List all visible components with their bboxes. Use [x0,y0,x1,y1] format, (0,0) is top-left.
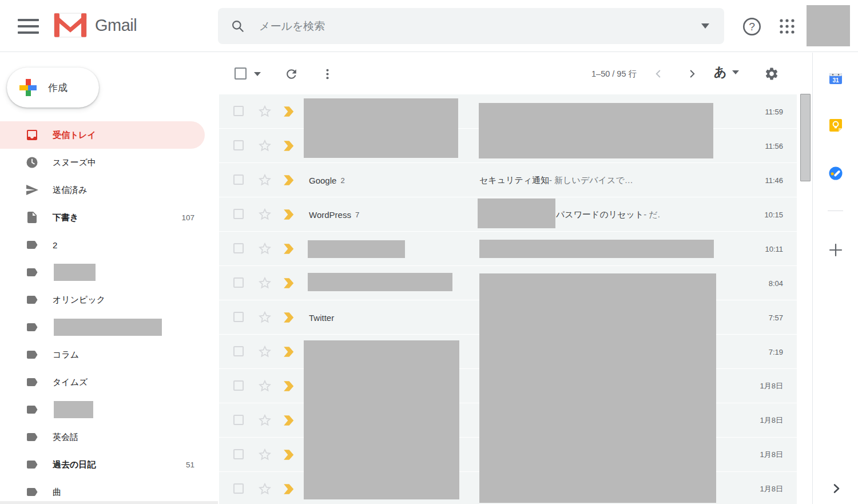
gmail-logo-text: Gmail [95,16,137,35]
importance-marker[interactable] [282,277,296,289]
settings-button[interactable] [764,66,780,82]
calendar-app-button[interactable]: 31 [828,71,843,86]
star-toggle[interactable] [257,241,272,256]
star-toggle[interactable] [257,310,272,325]
sidebar-label-item[interactable]: コラム [0,341,205,368]
redacted-subject-block [479,240,714,258]
importance-marker[interactable] [282,243,296,255]
tasks-app-button[interactable] [828,166,843,181]
newer-page-button[interactable] [650,66,666,82]
row-checkbox[interactable] [233,346,244,356]
sidebar-label-item[interactable]: 過去の日記51 [0,451,205,478]
scrollbar-thumb[interactable] [800,94,811,181]
importance-marker[interactable] [282,380,296,392]
row-checkbox[interactable] [233,174,244,185]
star-icon [257,310,272,325]
gmail-envelope-icon [54,13,87,38]
sidebar-label-item[interactable]: オリンピック [0,286,205,313]
row-checkbox[interactable] [233,312,244,322]
sidebar-label-item[interactable] [0,313,205,341]
kebab-menu-icon [320,67,335,81]
importance-marker[interactable] [282,414,296,427]
redacted-sender-block [308,240,405,258]
row-checkbox[interactable] [233,243,244,253]
row-checkbox[interactable] [233,140,244,150]
redacted-label-name [54,264,96,281]
select-all-checkbox[interactable] [235,68,247,80]
star-toggle[interactable] [257,447,272,462]
row-checkbox[interactable] [233,277,244,288]
google-apps-button[interactable] [776,15,798,37]
star-toggle[interactable] [257,344,272,359]
star-toggle[interactable] [257,482,272,497]
keep-app-button[interactable] [828,118,843,133]
sidebar-item-label: 受信トレイ [53,130,96,141]
importance-marker[interactable] [282,140,296,152]
label-icon [25,403,39,416]
importance-marker[interactable] [282,208,296,221]
star-icon [257,104,272,119]
row-checkbox[interactable] [233,380,244,391]
tasks-icon [828,166,843,181]
email-time: 10:11 [765,232,783,266]
star-toggle[interactable] [257,207,272,222]
sidebar-label-item[interactable]: 英会話 [0,423,205,451]
star-toggle[interactable] [257,104,272,119]
sidebar-label-item[interactable]: 曲 [0,478,205,504]
star-toggle[interactable] [257,138,272,153]
sidebar-label-item[interactable]: タイムズ [0,368,205,396]
importance-marker[interactable] [282,174,296,186]
search-bar[interactable] [218,8,724,44]
row-checkbox[interactable] [233,449,244,459]
hide-side-panel-button[interactable] [829,482,843,495]
account-avatar[interactable] [807,5,850,46]
star-toggle[interactable] [257,276,272,291]
star-toggle[interactable] [257,379,272,394]
keep-icon [828,118,843,133]
importance-marker-icon [282,277,296,289]
svg-text:31: 31 [832,77,839,84]
email-row[interactable]: Google2セキュリティ通知 - 新しいデバイスで…11:46 [219,163,797,197]
importance-marker[interactable] [282,449,296,461]
importance-marker-icon [282,243,296,255]
star-icon [257,413,272,428]
compose-button[interactable]: 作成 [7,68,99,108]
sidebar-item-drafts[interactable]: 下書き 107 [0,204,205,231]
row-checkbox[interactable] [233,209,244,219]
search-options-caret-icon[interactable] [701,23,709,29]
row-checkbox[interactable] [233,415,244,425]
get-addons-button[interactable] [828,243,843,257]
importance-marker-icon [282,140,296,152]
side-panel-divider-line [828,211,843,211]
row-checkbox[interactable] [233,106,244,116]
row-checkbox[interactable] [233,483,244,494]
more-options-button[interactable] [319,66,335,82]
older-page-button[interactable] [684,66,700,82]
sidebar-label-item[interactable] [0,259,205,286]
input-tools-button[interactable]: あ [714,64,739,81]
star-toggle[interactable] [257,173,272,188]
sidebar-label-item[interactable] [0,396,205,423]
importance-marker[interactable] [282,483,296,495]
select-dropdown-caret-icon[interactable] [254,72,261,76]
sidebar-item-sent[interactable]: 送信済み [0,176,205,204]
importance-marker[interactable] [282,311,296,324]
email-subject: セキュリティ通知 - 新しいデバイスで… [479,163,720,197]
hamburger-menu-icon[interactable] [18,15,43,38]
star-toggle[interactable] [257,413,272,428]
sidebar-item-count: 51 [186,461,194,469]
list-toolbar: 1–50 / 95 行 あ [219,52,797,94]
importance-marker-icon [282,208,296,221]
label-icon [25,485,39,499]
importance-marker[interactable] [282,346,296,358]
importance-marker[interactable] [282,105,296,118]
sidebar-label-item[interactable]: 2 [0,231,205,259]
refresh-button[interactable] [283,66,299,82]
search-input[interactable] [259,20,701,33]
sidebar-item-snoozed[interactable]: スヌーズ中 [0,149,205,176]
list-scrollbar[interactable] [797,53,812,504]
send-icon [25,183,39,197]
help-button[interactable]: ? [741,15,762,37]
search-icon [231,19,245,34]
sidebar-item-inbox[interactable]: 受信トレイ [0,121,205,149]
